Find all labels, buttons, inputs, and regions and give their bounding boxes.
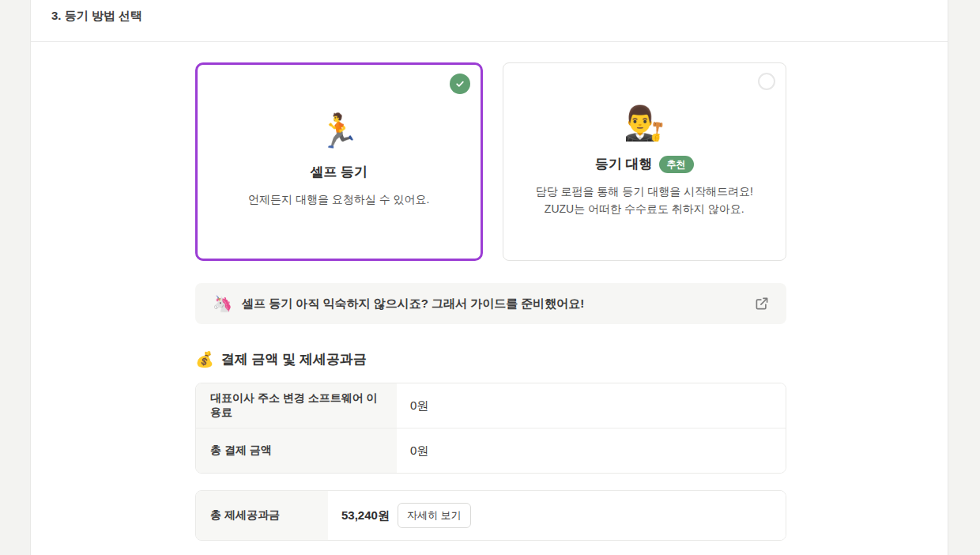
tax-label-total: 총 제세공과금 xyxy=(196,491,328,540)
tax-amount: 53,240원 xyxy=(341,508,390,523)
runner-emoji: 🏃 xyxy=(318,112,360,150)
card-description-line2: ZUZU는 어떠한 수수료도 취하지 않아요. xyxy=(536,200,753,217)
table-row: 총 제세공과금 53,240원 자세히 보기 xyxy=(196,491,786,540)
tax-detail-button[interactable]: 자세히 보기 xyxy=(398,503,471,528)
check-circle-icon xyxy=(450,74,470,94)
judge-emoji: 👨‍⚖️ xyxy=(624,104,665,142)
table-row: 총 결제 금액 0원 xyxy=(196,428,786,473)
unicorn-emoji: 🦄 xyxy=(213,294,232,313)
step-title: 3. 등기 방법 선택 xyxy=(31,0,948,42)
main-panel: 3. 등기 방법 선택 🏃 셀프 등기 언제든지 대행을 요청하실 수 있어요.… xyxy=(30,0,948,555)
card-agency-registration[interactable]: 👨‍⚖️ 등기 대행 추천 담당 로펌을 통해 등기 대행을 시작해드려요! Z… xyxy=(503,62,787,261)
tax-table: 총 제세공과금 53,240원 자세히 보기 xyxy=(195,490,786,541)
registration-method-cards: 🏃 셀프 등기 언제든지 대행을 요청하실 수 있어요. 👨‍⚖️ 등기 대행 … xyxy=(195,62,786,261)
fee-value-total: 0원 xyxy=(397,429,786,473)
fee-label-software: 대표이사 주소 변경 소프트웨어 이용료 xyxy=(196,383,397,428)
payment-section-heading: 💰 결제 금액 및 제세공과금 xyxy=(195,350,948,368)
radio-unchecked-icon[interactable] xyxy=(758,73,775,90)
card-title: 셀프 등기 xyxy=(310,163,368,181)
external-link-icon[interactable] xyxy=(755,296,769,311)
fee-value-software: 0원 xyxy=(397,383,786,428)
card-self-registration[interactable]: 🏃 셀프 등기 언제든지 대행을 요청하실 수 있어요. xyxy=(195,62,483,261)
recommended-badge: 추천 xyxy=(659,156,694,173)
fee-label-total: 총 결제 금액 xyxy=(196,429,397,473)
card-description: 언제든지 대행을 요청하실 수 있어요. xyxy=(248,191,429,208)
payment-section-title: 결제 금액 및 제세공과금 xyxy=(221,350,367,368)
table-row: 대표이사 주소 변경 소프트웨어 이용료 0원 xyxy=(196,383,786,428)
card-description-line1: 담당 로펌을 통해 등기 대행을 시작해드려요! xyxy=(536,183,753,200)
guide-banner-text: 셀프 등기 아직 익숙하지 않으시죠? 그래서 가이드를 준비했어요! xyxy=(242,296,755,311)
step-content: 🏃 셀프 등기 언제든지 대행을 요청하실 수 있어요. 👨‍⚖️ 등기 대행 … xyxy=(31,62,948,541)
money-bag-emoji: 💰 xyxy=(195,350,214,368)
self-registration-guide-banner[interactable]: 🦄 셀프 등기 아직 익숙하지 않으시죠? 그래서 가이드를 준비했어요! xyxy=(195,283,786,324)
card-title: 등기 대행 xyxy=(595,155,653,173)
payment-fee-table: 대표이사 주소 변경 소프트웨어 이용료 0원 총 결제 금액 0원 xyxy=(195,383,786,474)
